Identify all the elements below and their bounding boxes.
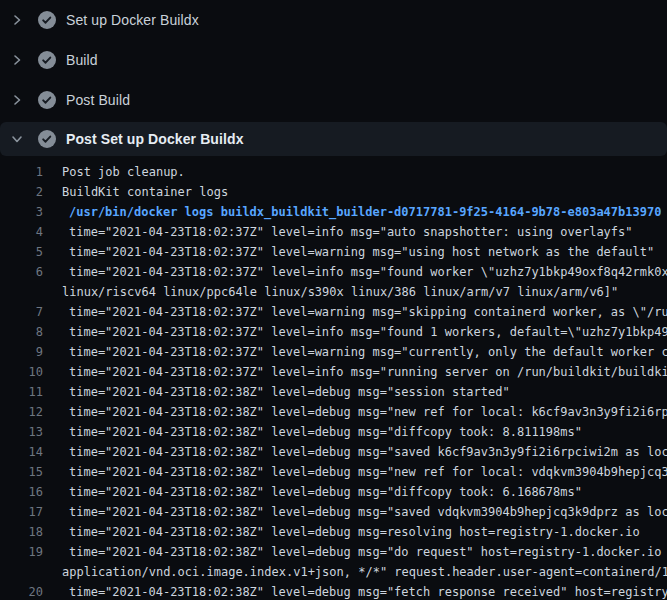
line-number[interactable]: 20	[0, 582, 43, 600]
log-line: 15 time="2021-04-23T18:02:38Z" level=deb…	[0, 462, 667, 482]
line-number[interactable]: 2	[0, 182, 43, 202]
line-number[interactable]: 6	[0, 262, 43, 282]
log-line: application/vnd.oci.image.index.v1+json,…	[0, 562, 667, 582]
log-line: 18 time="2021-04-23T18:02:38Z" level=deb…	[0, 522, 667, 542]
log-text: /usr/bin/docker logs buildx_buildkit_bui…	[62, 202, 661, 222]
step-post-set-up-docker-buildx[interactable]: Post Set up Docker Buildx	[0, 122, 667, 156]
check-circle-icon	[38, 130, 56, 148]
log-line: 5 time="2021-04-23T18:02:37Z" level=warn…	[0, 242, 667, 262]
log-line: 19 time="2021-04-23T18:02:38Z" level=deb…	[0, 542, 667, 562]
line-number[interactable]: 13	[0, 422, 43, 442]
chevron-right-icon	[10, 13, 24, 27]
log-text: time="2021-04-23T18:02:38Z" level=debug …	[62, 382, 510, 402]
check-circle-icon	[38, 51, 56, 69]
log-line: 8 time="2021-04-23T18:02:37Z" level=info…	[0, 322, 667, 342]
log-line: 7 time="2021-04-23T18:02:37Z" level=warn…	[0, 302, 667, 322]
log-text: time="2021-04-23T18:02:37Z" level=info m…	[62, 222, 633, 242]
log-line: 20 time="2021-04-23T18:02:38Z" level=deb…	[0, 582, 667, 600]
log-text: time="2021-04-23T18:02:38Z" level=debug …	[62, 582, 667, 600]
step-label: Post Build	[66, 92, 130, 108]
line-number[interactable]: 14	[0, 442, 43, 462]
line-number[interactable]: 9	[0, 342, 43, 362]
log-text: Post job cleanup.	[62, 162, 185, 182]
step-label: Build	[66, 52, 98, 68]
log-line: 6 time="2021-04-23T18:02:37Z" level=info…	[0, 262, 667, 282]
log-line: 4 time="2021-04-23T18:02:37Z" level=info…	[0, 222, 667, 242]
chevron-down-icon	[10, 132, 24, 146]
log-line: 14 time="2021-04-23T18:02:38Z" level=deb…	[0, 442, 667, 462]
line-number[interactable]: 3	[0, 202, 43, 222]
log-line: 9 time="2021-04-23T18:02:37Z" level=warn…	[0, 342, 667, 362]
log-text: time="2021-04-23T18:02:38Z" level=debug …	[62, 482, 582, 502]
step-post-build[interactable]: Post Build	[0, 80, 667, 120]
log-line: linux/riscv64 linux/ppc64le linux/s390x …	[0, 282, 667, 302]
check-circle-icon	[38, 91, 56, 109]
log-line: 10 time="2021-04-23T18:02:37Z" level=inf…	[0, 362, 667, 382]
log-text: time="2021-04-23T18:02:37Z" level=warnin…	[62, 342, 667, 362]
line-number[interactable]: 7	[0, 302, 43, 322]
log-text: time="2021-04-23T18:02:38Z" level=debug …	[62, 542, 667, 562]
log-line: 16 time="2021-04-23T18:02:38Z" level=deb…	[0, 482, 667, 502]
line-number[interactable]: 1	[0, 162, 43, 182]
log-text: application/vnd.oci.image.index.v1+json,…	[62, 562, 667, 582]
chevron-right-icon	[10, 53, 24, 67]
log-text: time="2021-04-23T18:02:37Z" level=info m…	[62, 262, 667, 282]
line-number[interactable]: 15	[0, 462, 43, 482]
check-circle-icon	[38, 11, 56, 29]
step-label: Set up Docker Buildx	[66, 12, 199, 28]
line-number[interactable]: 16	[0, 482, 43, 502]
step-label: Post Set up Docker Buildx	[66, 131, 244, 147]
log-text: time="2021-04-23T18:02:37Z" level=warnin…	[62, 242, 654, 262]
line-number[interactable]: 18	[0, 522, 43, 542]
line-number[interactable]: 4	[0, 222, 43, 242]
log-text: time="2021-04-23T18:02:37Z" level=info m…	[62, 362, 667, 382]
log-text: time="2021-04-23T18:02:37Z" level=info m…	[62, 322, 667, 342]
line-number[interactable]: 19	[0, 542, 43, 562]
line-number[interactable]: 12	[0, 402, 43, 422]
line-number[interactable]: 10	[0, 362, 43, 382]
log-line: 17 time="2021-04-23T18:02:38Z" level=deb…	[0, 502, 667, 522]
chevron-right-icon	[10, 93, 24, 107]
line-number[interactable]	[0, 562, 43, 582]
workflow-steps-panel: Set up Docker Buildx Build Post Build Po…	[0, 0, 667, 600]
step-build[interactable]: Build	[0, 40, 667, 80]
log-text: time="2021-04-23T18:02:38Z" level=debug …	[62, 502, 667, 522]
log-text: time="2021-04-23T18:02:38Z" level=debug …	[62, 442, 667, 462]
log-text: time="2021-04-23T18:02:38Z" level=debug …	[62, 462, 667, 482]
step-set-up-docker-buildx[interactable]: Set up Docker Buildx	[0, 0, 667, 40]
log-line: 3 /usr/bin/docker logs buildx_buildkit_b…	[0, 202, 667, 222]
line-number[interactable]: 17	[0, 502, 43, 522]
log-line: 11 time="2021-04-23T18:02:38Z" level=deb…	[0, 382, 667, 402]
log-text: time="2021-04-23T18:02:38Z" level=debug …	[62, 522, 640, 542]
line-number[interactable]: 8	[0, 322, 43, 342]
line-number[interactable]: 5	[0, 242, 43, 262]
log-text: ▼BuildKit container logs	[62, 182, 228, 202]
log-line: 13 time="2021-04-23T18:02:38Z" level=deb…	[0, 422, 667, 442]
log-container: 1 Post job cleanup. 2 ▼BuildKit containe…	[0, 156, 667, 600]
line-number[interactable]: 11	[0, 382, 43, 402]
log-text: time="2021-04-23T18:02:38Z" level=debug …	[62, 402, 667, 422]
line-number[interactable]	[0, 282, 43, 302]
log-text: linux/riscv64 linux/ppc64le linux/s390x …	[62, 282, 618, 302]
log-text: time="2021-04-23T18:02:38Z" level=debug …	[62, 422, 582, 442]
log-line: 12 time="2021-04-23T18:02:38Z" level=deb…	[0, 402, 667, 422]
log-text: time="2021-04-23T18:02:37Z" level=warnin…	[62, 302, 667, 322]
log-line: 1 Post job cleanup.	[0, 162, 667, 182]
log-line: 2 ▼BuildKit container logs	[0, 182, 667, 202]
